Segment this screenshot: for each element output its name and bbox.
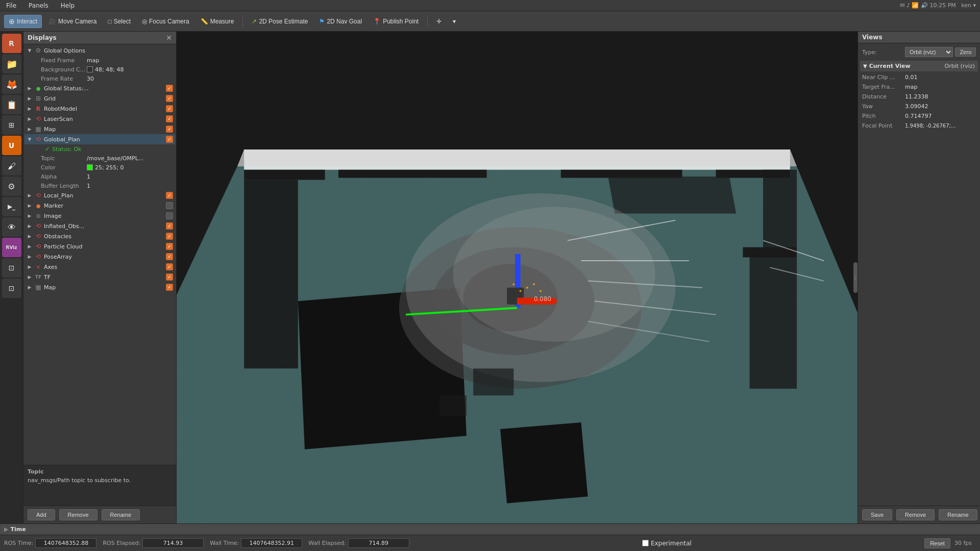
- expand-arrow-global-plan[interactable]: ▼: [27, 136, 33, 142]
- pose-estimate-button[interactable]: ↗ 2D Pose Estimate: [247, 15, 312, 28]
- robot-model-checkbox[interactable]: ✓: [166, 105, 173, 112]
- prop-alpha[interactable]: Alpha 1: [24, 172, 175, 181]
- expand-arrow-tf[interactable]: ▶: [27, 274, 33, 280]
- views-current-view-section[interactable]: ▼ Current View Orbit (rviz): [860, 61, 978, 71]
- viewport-resize-handle[interactable]: ⋮: [853, 262, 857, 293]
- expand-arrow-particle-cloud[interactable]: ▶: [27, 243, 33, 249]
- expand-arrow-inflated-obs[interactable]: ▶: [27, 223, 33, 229]
- inflated-obs-checkbox[interactable]: ✓: [166, 222, 173, 230]
- expand-arrow-local-plan[interactable]: ▶: [27, 192, 33, 198]
- app-icon-files[interactable]: 📁: [2, 54, 21, 73]
- axes-checkbox[interactable]: ✓: [166, 263, 173, 270]
- app-icon-paint[interactable]: 🖌: [2, 156, 21, 176]
- app-icon-notes[interactable]: 📋: [2, 95, 21, 114]
- expand-arrow-axes[interactable]: ▶: [27, 264, 33, 270]
- displays-close-button[interactable]: ✕: [166, 34, 172, 42]
- tree-item-pose-array[interactable]: ▶ ⟲ PoseArray ✓: [24, 252, 175, 262]
- expand-arrow-robot-model[interactable]: ▶: [27, 106, 33, 112]
- viewport[interactable]: 0.080 ⋮: [177, 32, 857, 523]
- menu-item-panels[interactable]: Panels: [27, 1, 51, 10]
- tree-item-global-status[interactable]: ▶ ● Global Status:... ✓: [24, 83, 175, 93]
- tree-item-grid[interactable]: ▶ ⊞ Grid ✓: [24, 93, 175, 104]
- views-zero-button[interactable]: Zero: [955, 47, 976, 57]
- global-status-checkbox[interactable]: ✓: [166, 85, 173, 92]
- tree-item-obstacles[interactable]: ▶ ⟲ Obstacles ✓: [24, 231, 175, 241]
- menu-item-file[interactable]: File: [4, 1, 18, 10]
- app-icon-settings[interactable]: ⚙: [2, 177, 21, 196]
- map2-checkbox[interactable]: ✓: [166, 284, 173, 291]
- app-icon-camera[interactable]: 👁: [2, 217, 21, 237]
- tree-item-marker[interactable]: ▶ ● Marker: [24, 201, 175, 211]
- publish-point-button[interactable]: 📍 Publish Point: [369, 15, 423, 28]
- displays-list[interactable]: ▼ ⚙ Global Options Fixed Frame map Backg…: [23, 44, 176, 465]
- tree-item-image[interactable]: ▶ ⊞ Image: [24, 211, 175, 221]
- menu-item-help[interactable]: Help: [59, 1, 77, 10]
- prop-topic[interactable]: Topic /move_base/OMPL...: [24, 154, 175, 163]
- tree-item-laser-scan[interactable]: ▶ ⟲ LaserScan ✓: [24, 114, 175, 124]
- add-display-button[interactable]: Add: [28, 509, 55, 520]
- toolbar-extra-button[interactable]: ✛: [432, 15, 446, 28]
- map-checkbox[interactable]: ✓: [166, 126, 173, 133]
- expand-arrow-global-status[interactable]: ▶: [27, 85, 33, 91]
- interact-button[interactable]: ⊕ Interact: [4, 15, 42, 28]
- tree-item-global-options[interactable]: ▼ ⚙ Global Options: [24, 45, 175, 56]
- tree-item-map2[interactable]: ▶ ▦ Map ✓: [24, 282, 175, 292]
- tree-item-axes[interactable]: ▶ ✕ Axes ✓: [24, 262, 175, 272]
- remove-display-button[interactable]: Remove: [59, 509, 97, 520]
- expand-arrow-grid[interactable]: ▶: [27, 95, 33, 102]
- measure-button[interactable]: 📏 Measure: [196, 15, 239, 28]
- move-camera-button[interactable]: 🎥 Move Camera: [44, 15, 101, 28]
- tree-item-inflated-obs[interactable]: ▶ ⟲ Inflated_Obs... ✓: [24, 221, 175, 231]
- app-icon-spreadsheet[interactable]: ⊞: [2, 115, 21, 135]
- app-icon-workspace[interactable]: ⊡: [2, 279, 21, 298]
- prop-color[interactable]: Color 25; 255; 0: [24, 163, 175, 172]
- app-icon-rviz[interactable]: R: [2, 34, 21, 53]
- tree-item-tf[interactable]: ▶ TF TF ✓: [24, 272, 175, 282]
- expand-arrow-laser-scan[interactable]: ▶: [27, 116, 33, 122]
- tree-item-particle-cloud[interactable]: ▶ ⟲ Particle Cloud ✓: [24, 241, 175, 252]
- particle-cloud-checkbox[interactable]: ✓: [166, 243, 173, 250]
- focus-camera-button[interactable]: ◎ Focus Camera: [137, 15, 194, 28]
- tree-item-map[interactable]: ▶ ▦ Map ✓: [24, 124, 175, 134]
- expand-arrow-global-options[interactable]: ▼: [27, 47, 33, 54]
- app-icon-desktop[interactable]: ⊡: [2, 258, 21, 278]
- toolbar-dropdown-button[interactable]: ▾: [448, 15, 460, 28]
- rename-view-button[interactable]: Rename: [939, 509, 977, 520]
- remove-view-button[interactable]: Remove: [896, 509, 935, 520]
- expand-arrow-map[interactable]: ▶: [27, 126, 33, 132]
- time-collapse-icon[interactable]: ▶: [4, 526, 8, 533]
- local-plan-checkbox[interactable]: ✓: [166, 192, 173, 199]
- save-view-button[interactable]: Save: [862, 509, 892, 520]
- tf-checkbox[interactable]: ✓: [166, 273, 173, 281]
- expand-arrow-obstacles[interactable]: ▶: [27, 233, 33, 239]
- obstacles-checkbox[interactable]: ✓: [166, 233, 173, 240]
- expand-arrow-pose-array[interactable]: ▶: [27, 254, 33, 260]
- app-icon-rviz2[interactable]: RViz: [2, 238, 21, 257]
- app-icon-cli[interactable]: ▶_: [2, 197, 21, 216]
- image-checkbox[interactable]: [166, 212, 173, 219]
- expand-arrow-marker[interactable]: ▶: [27, 203, 33, 209]
- select-button[interactable]: □ Select: [103, 15, 135, 28]
- views-type-select[interactable]: Orbit (rviz): [905, 47, 953, 57]
- prop-fixed-frame[interactable]: Fixed Frame map: [24, 56, 175, 65]
- obstacles-label: Obstacles: [44, 233, 164, 240]
- tree-item-global-plan[interactable]: ▼ ⟲ Golobal_Plan ✓: [24, 134, 175, 144]
- marker-checkbox[interactable]: [166, 202, 173, 209]
- tree-item-local-plan[interactable]: ▶ ⟲ Local_Plan ✓: [24, 190, 175, 201]
- rename-display-button[interactable]: Rename: [102, 509, 140, 520]
- grid-checkbox[interactable]: ✓: [166, 95, 173, 102]
- prop-background-color[interactable]: Background C... 48; 48; 48: [24, 65, 175, 74]
- nav-goal-button[interactable]: ⚑ 2D Nav Goal: [314, 15, 366, 28]
- reset-button[interactable]: Reset: [924, 538, 950, 548]
- app-icon-terminal-u[interactable]: U: [2, 136, 21, 155]
- global-plan-checkbox[interactable]: ✓: [166, 136, 173, 143]
- pose-array-checkbox[interactable]: ✓: [166, 253, 173, 260]
- app-icon-browser[interactable]: 🦊: [2, 74, 21, 94]
- tree-item-robot-model[interactable]: ▶ R RobotModel ✓: [24, 104, 175, 114]
- expand-arrow-map2[interactable]: ▶: [27, 284, 33, 290]
- prop-buffer-length[interactable]: Buffer Length 1: [24, 181, 175, 190]
- laser-scan-checkbox[interactable]: ✓: [166, 115, 173, 122]
- expand-arrow-image[interactable]: ▶: [27, 213, 33, 219]
- prop-frame-rate[interactable]: Frame Rate 30: [24, 74, 175, 83]
- experimental-checkbox[interactable]: [642, 540, 649, 546]
